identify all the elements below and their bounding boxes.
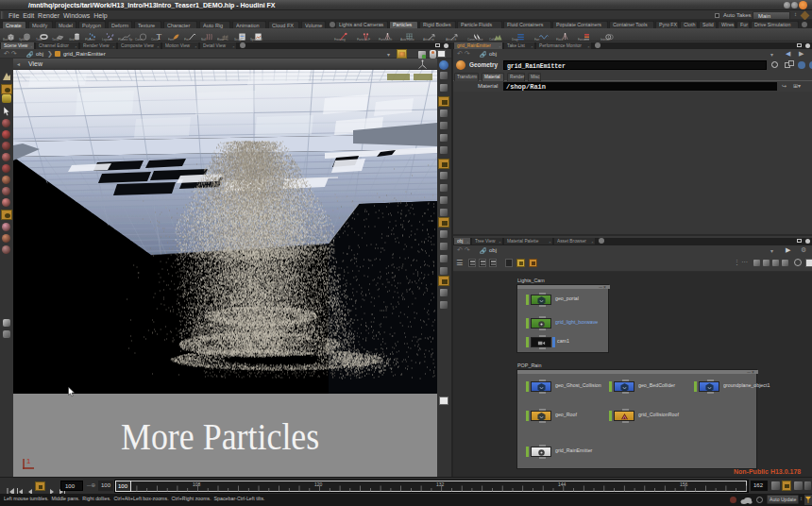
svg-text:120: 120 <box>314 481 323 487</box>
svg-text:1: 1 <box>26 457 31 465</box>
svg-text:108: 108 <box>193 481 201 487</box>
svg-text:156: 156 <box>680 481 688 487</box>
svg-text:132: 132 <box>436 481 445 487</box>
svg-text:144: 144 <box>558 481 567 487</box>
